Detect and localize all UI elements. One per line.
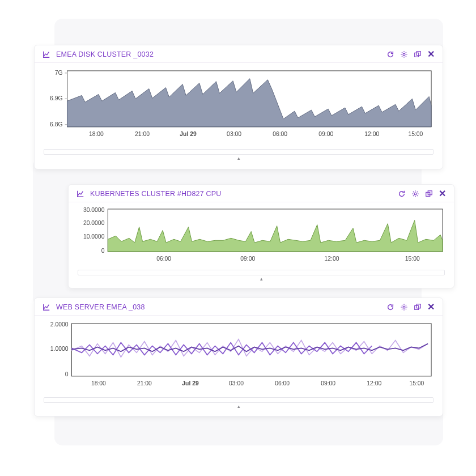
svg-text:15:00: 15:00 <box>408 131 423 137</box>
card-action-icons: ✕ <box>386 50 435 59</box>
popout-icon[interactable] <box>414 303 422 311</box>
chart-icon <box>42 50 50 58</box>
svg-text:Jul 29: Jul 29 <box>180 131 197 137</box>
svg-text:12:00: 12:00 <box>364 131 379 137</box>
refresh-icon[interactable] <box>398 190 406 198</box>
card-header: WEB SERVER EMEA _038 ✕ <box>35 298 443 316</box>
popout-icon[interactable] <box>414 50 422 58</box>
refresh-icon[interactable] <box>386 50 394 58</box>
svg-text:6.8G: 6.8G <box>50 121 62 128</box>
svg-text:7G: 7G <box>55 70 63 76</box>
card-title: WEB SERVER EMEA _038 <box>56 303 145 311</box>
plot-area[interactable]: 7G 6.9G 6.8G 18:00 21:00 Jul 29 03:00 06… <box>42 67 435 146</box>
svg-text:06:00: 06:00 <box>275 380 290 386</box>
svg-text:03:00: 03:00 <box>229 380 244 386</box>
svg-text:1.0000: 1.0000 <box>50 346 69 352</box>
card-body: 30.0000 20.0000 10.0000 0 06:00 09:00 12… <box>69 202 454 278</box>
card-action-icons: ✕ <box>386 303 435 312</box>
refresh-icon[interactable] <box>386 303 394 311</box>
svg-text:09:00: 09:00 <box>240 256 255 262</box>
svg-text:18:00: 18:00 <box>89 131 104 137</box>
svg-text:2.0000: 2.0000 <box>50 321 69 328</box>
svg-text:15:00: 15:00 <box>409 380 424 386</box>
disk-area-series <box>67 79 431 127</box>
card-action-icons: ✕ <box>398 189 446 198</box>
time-range-scrubber[interactable] <box>78 270 445 275</box>
svg-text:06:00: 06:00 <box>156 256 171 262</box>
time-range-scrubber[interactable] <box>44 397 434 403</box>
plot-area[interactable]: 30.0000 20.0000 10.0000 0 06:00 09:00 12… <box>76 207 446 266</box>
chart-icon <box>76 190 84 198</box>
card-body: 7G 6.9G 6.8G 18:00 21:00 Jul 29 03:00 06… <box>35 63 443 157</box>
card-title: KUBERNETES CLUSTER #HD827 CPU <box>90 190 222 198</box>
svg-text:30.0000: 30.0000 <box>83 207 105 213</box>
svg-text:09:00: 09:00 <box>318 131 333 137</box>
svg-text:10.0000: 10.0000 <box>83 233 105 240</box>
svg-text:21:00: 21:00 <box>135 131 150 137</box>
svg-point-18 <box>414 193 416 195</box>
svg-text:03:00: 03:00 <box>227 131 241 137</box>
svg-text:15:00: 15:00 <box>405 256 420 262</box>
svg-text:Jul 29: Jul 29 <box>182 380 199 386</box>
svg-text:0: 0 <box>101 248 105 254</box>
svg-text:21:00: 21:00 <box>137 380 152 386</box>
svg-text:09:00: 09:00 <box>321 380 335 386</box>
close-icon[interactable]: ✕ <box>439 189 446 198</box>
close-icon[interactable]: ✕ <box>427 303 435 312</box>
time-range-scrubber[interactable] <box>44 149 434 155</box>
chart-icon <box>42 303 50 311</box>
svg-text:12:00: 12:00 <box>367 380 381 386</box>
svg-point-0 <box>403 53 405 56</box>
svg-text:0: 0 <box>65 371 69 377</box>
svg-point-30 <box>403 306 405 308</box>
popout-icon[interactable] <box>425 190 433 198</box>
svg-text:18:00: 18:00 <box>91 380 106 386</box>
svg-text:20.0000: 20.0000 <box>83 220 105 226</box>
gear-icon[interactable] <box>400 50 408 58</box>
card-body: 2.0000 1.0000 0 18:00 21:00 Jul 29 03:00… <box>35 316 443 405</box>
svg-text:12:00: 12:00 <box>325 256 339 262</box>
card-header: EMEA DISK CLUSTER _0032 ✕ <box>35 45 443 63</box>
gear-icon[interactable] <box>400 303 408 311</box>
plot-area[interactable]: 2.0000 1.0000 0 18:00 21:00 Jul 29 03:00… <box>42 320 435 394</box>
chart-card-k8s-cpu: KUBERNETES CLUSTER #HD827 CPU ✕ 30.0000 … <box>68 184 454 288</box>
chart-card-web-server: WEB SERVER EMEA _038 ✕ 2.0000 1.0000 0 <box>34 298 443 416</box>
svg-text:06:00: 06:00 <box>273 131 287 137</box>
close-icon[interactable]: ✕ <box>427 50 435 59</box>
chart-card-emea-disk: EMEA DISK CLUSTER _0032 ✕ 7G 6.9G <box>34 45 443 169</box>
gear-icon[interactable] <box>411 190 419 198</box>
card-title: EMEA DISK CLUSTER _0032 <box>56 50 154 58</box>
card-header: KUBERNETES CLUSTER #HD827 CPU ✕ <box>69 185 454 202</box>
cpu-area-series <box>108 220 443 252</box>
svg-text:6.9G: 6.9G <box>50 95 62 101</box>
